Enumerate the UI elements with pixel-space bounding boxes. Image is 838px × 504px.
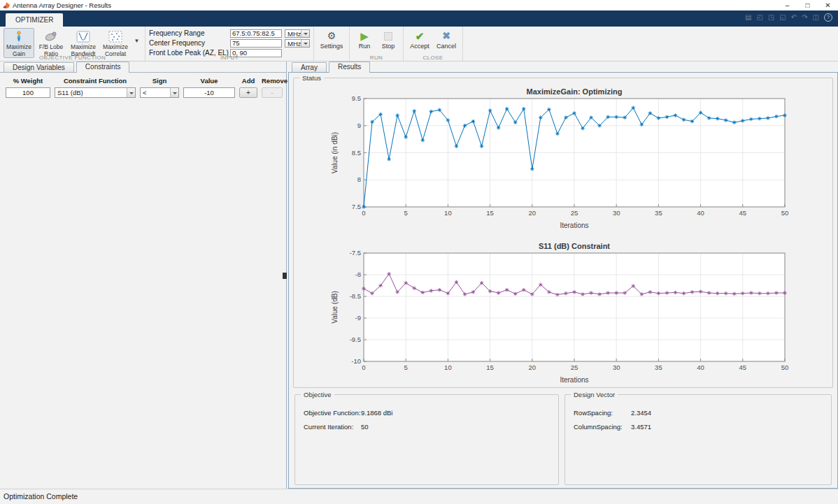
right-panel-tabs: Array Results — [288, 62, 838, 73]
objective-gallery-expand-button[interactable]: ▼ — [132, 38, 141, 44]
svg-text:0: 0 — [362, 363, 365, 371]
settings-button[interactable]: ⚙ Settings — [318, 28, 346, 50]
svg-text:45: 45 — [739, 363, 747, 371]
tab-optimizer[interactable]: OPTIMIZER — [6, 13, 63, 27]
stop-label: Stop — [382, 43, 395, 50]
maximize-bandwidth-label-1: Maximize — [71, 43, 96, 50]
chevron-down-icon — [301, 30, 309, 37]
constraint-function-value: S11 (dB) — [55, 88, 127, 97]
svg-text:30: 30 — [613, 363, 620, 371]
accept-button[interactable]: ✔ Accept — [407, 28, 432, 50]
run-icon: ▶ — [360, 30, 369, 42]
frequency-range-unit-dropdown[interactable]: MHz — [285, 29, 310, 38]
objective-function-section-label: OBJECTIVE FUNCTION — [0, 55, 145, 61]
tab-design-variables[interactable]: Design Variables — [3, 62, 74, 72]
svg-text:-8: -8 — [355, 271, 361, 278]
svg-text:40: 40 — [697, 363, 704, 371]
svg-text:-7.5: -7.5 — [350, 249, 361, 257]
column-spacing-value: 3.4571 — [631, 423, 651, 431]
run-section: ▶ Run Stop RUN — [350, 27, 404, 61]
svg-text:Value (in dBi): Value (in dBi) — [331, 132, 339, 173]
cancel-x-icon: ✖ — [442, 30, 450, 42]
copy-icon[interactable]: ◳ — [768, 13, 774, 22]
svg-text:15: 15 — [486, 209, 494, 217]
stop-button[interactable]: Stop — [377, 28, 399, 50]
maximize-gain-label-1: Maximize — [6, 43, 31, 50]
app-icon — [3, 2, 10, 9]
constraint-value-input[interactable] — [183, 87, 235, 98]
weight-input[interactable] — [6, 87, 50, 98]
objective-function-value: 9.1868 dBi — [361, 409, 392, 417]
run-section-label: RUN — [350, 55, 403, 61]
svg-text:MaximizeGain: Optimizing: MaximizeGain: Optimizing — [527, 87, 623, 96]
tab-results[interactable]: Results — [329, 62, 370, 73]
frequency-range-input[interactable] — [230, 29, 282, 38]
close-section: ✔ Accept ✖ Cancel CLOSE — [404, 27, 463, 61]
save-icon[interactable]: ▤ — [745, 13, 751, 22]
maximize-gain-button[interactable]: Maximize Gain — [3, 28, 34, 58]
svg-text:Value (dB): Value (dB) — [331, 291, 339, 324]
minimize-button[interactable]: – — [777, 0, 797, 10]
column-spacing-row: ColumnSpacing: 3.4571 — [565, 423, 831, 431]
chevron-down-icon — [301, 40, 309, 47]
svg-text:40: 40 — [697, 209, 704, 217]
maximize-button[interactable]: □ — [797, 0, 818, 10]
ribbon-tab-strip: OPTIMIZER ▤ ◰ ◳ ◱ ↶ ↷ ◫ ? — [0, 10, 838, 27]
run-button[interactable]: ▶ Run — [353, 28, 376, 50]
current-iteration-row: Current Iteration: 50 — [295, 423, 558, 431]
layout-icon[interactable]: ◫ — [813, 13, 819, 22]
svg-text:9: 9 — [357, 122, 361, 129]
maximize-correlation-label-1: Maximize — [103, 43, 128, 50]
tab-array[interactable]: Array — [292, 62, 327, 72]
fb-lobe-ratio-button[interactable]: F/B Lobe Ratio — [36, 28, 66, 58]
svg-text:-10: -10 — [351, 357, 361, 365]
splitter-handle[interactable] — [283, 273, 287, 279]
add-constraint-button[interactable]: + — [239, 87, 257, 98]
weight-column-header: % Weight — [6, 77, 50, 85]
correlation-icon — [108, 29, 122, 43]
svg-text:5: 5 — [404, 363, 408, 371]
close-section-label: CLOSE — [404, 55, 462, 61]
cancel-button[interactable]: ✖ Cancel — [434, 28, 459, 50]
cancel-label: Cancel — [436, 43, 456, 50]
svg-text:9.5: 9.5 — [352, 94, 361, 102]
remove-constraint-button[interactable]: - — [262, 87, 283, 98]
svg-text:8: 8 — [357, 175, 361, 183]
constraint-function-column-header: Constraint Function — [55, 77, 136, 85]
help-icon[interactable]: ? — [824, 13, 832, 22]
status-group-label: Status — [299, 74, 324, 82]
center-frequency-unit-dropdown[interactable]: MHz — [285, 39, 310, 48]
sign-dropdown[interactable]: < — [140, 87, 179, 98]
paste-icon[interactable]: ◱ — [779, 13, 786, 22]
cut-icon[interactable]: ◰ — [756, 13, 762, 22]
maximize-gain-chart: 051015202530354045507.588.599.5MaximizeG… — [330, 87, 832, 233]
gain-pattern-icon — [13, 29, 25, 43]
maximize-correlation-button[interactable]: Maximize Correlat — [100, 28, 131, 58]
settings-label: Settings — [320, 43, 343, 50]
objective-function-row: Objective Function: 9.1868 dBi — [295, 409, 558, 417]
design-vector-groupbox: Design Vector RowSpacing: 2.3454 ColumnS… — [564, 394, 832, 485]
add-column-header: Add — [239, 77, 257, 85]
left-panel-tabs: Design Variables Constraints — [0, 62, 286, 73]
redo-icon[interactable]: ↷ — [802, 13, 807, 22]
svg-text:5: 5 — [404, 209, 408, 217]
row-spacing-label: RowSpacing: — [574, 409, 631, 417]
constraint-function-dropdown[interactable]: S11 (dB) — [55, 87, 136, 98]
fb-lobe-ratio-label-1: F/B Lobe — [39, 43, 64, 50]
objective-group-label: Objective — [301, 391, 334, 398]
undo-icon[interactable]: ↶ — [791, 13, 797, 22]
center-frequency-input[interactable] — [230, 39, 282, 48]
tab-constraints[interactable]: Constraints — [76, 62, 130, 73]
design-vector-group-label: Design Vector — [571, 391, 618, 398]
input-fields: Frequency Range MHz Center Frequency MHz… — [149, 28, 310, 57]
svg-text:-9.5: -9.5 — [350, 336, 361, 343]
close-button[interactable]: ✕ — [818, 0, 838, 10]
sign-column-header: Sign — [140, 77, 179, 85]
run-label: Run — [359, 43, 371, 50]
svg-text:35: 35 — [655, 209, 662, 217]
svg-text:8.5: 8.5 — [352, 149, 361, 157]
window-title: Antenna Array Designer - Results — [13, 1, 111, 9]
objective-function-label: Objective Function: — [304, 409, 361, 417]
center-frequency-unit-value: MHz — [285, 40, 301, 47]
maximize-bandwidth-button[interactable]: Maximize Bandwidt — [68, 28, 99, 58]
